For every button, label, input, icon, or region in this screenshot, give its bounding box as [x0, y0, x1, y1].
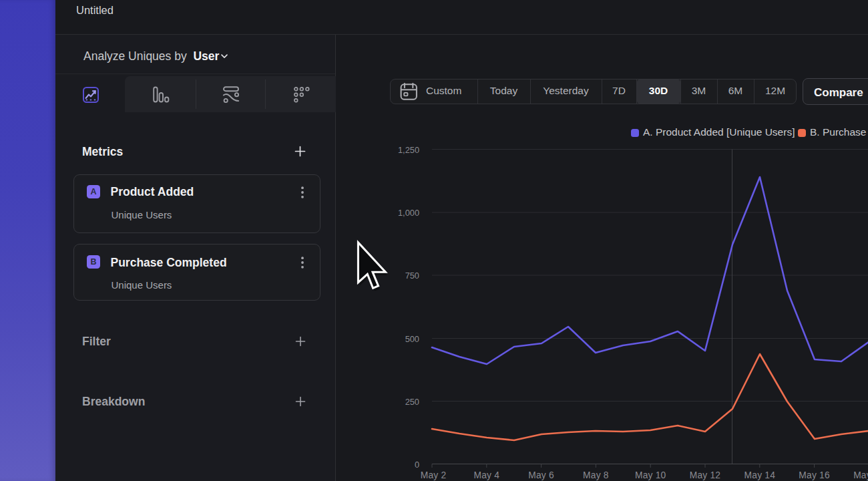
- svg-text:May 18: May 18: [853, 470, 868, 480]
- svg-text:May 8: May 8: [583, 470, 609, 480]
- svg-text:0: 0: [415, 460, 419, 470]
- svg-text:250: 250: [405, 397, 419, 407]
- svg-text:500: 500: [405, 334, 419, 344]
- svg-text:May 2: May 2: [421, 470, 447, 480]
- svg-text:May 16: May 16: [799, 470, 830, 480]
- svg-text:1,000: 1,000: [398, 208, 419, 218]
- svg-text:May 10: May 10: [635, 470, 666, 480]
- svg-text:May 4: May 4: [474, 470, 500, 480]
- svg-text:May 14: May 14: [744, 470, 776, 480]
- svg-text:May 6: May 6: [528, 470, 554, 480]
- svg-text:1,250: 1,250: [398, 145, 419, 155]
- svg-text:May 12: May 12: [690, 470, 720, 480]
- svg-text:750: 750: [405, 271, 419, 281]
